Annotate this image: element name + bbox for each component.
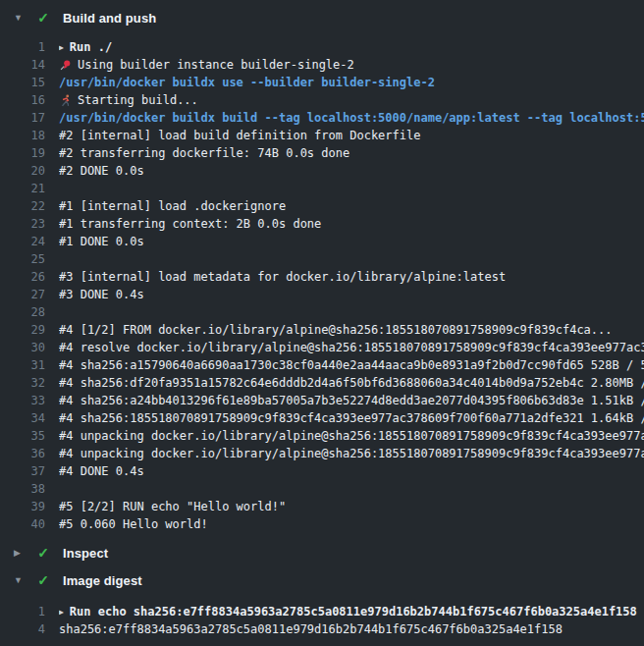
line-content: /usr/bin/docker buildx use --builder bui… [59,76,644,89]
log-line: 23#1 transferring context: 2B 0.0s done [0,215,644,233]
chevron-down-icon: ▼ [14,566,27,594]
log-text: #4 resolve docker.io/library/alpine@sha2… [59,341,644,354]
log-line: 37#4 DONE 0.4s [0,462,644,480]
log-text: /usr/bin/docker buildx build --tag local… [59,111,644,125]
line-number[interactable]: 17 [0,111,45,125]
line-content: Starting build... [59,93,644,107]
log-text: #2 [internal] load build definition from… [59,129,420,142]
log-text: #3 [internal] load metadata for docker.i… [59,270,506,284]
log-line: 30#4 resolve docker.io/library/alpine@sh… [0,339,644,356]
log-line: 22#1 [internal] load .dockerignore [0,197,644,215]
log-line: 18#2 [internal] load build definition fr… [0,127,644,144]
line-number[interactable]: 1 [0,40,45,54]
line-number[interactable]: 38 [0,482,45,496]
log-text: #4 sha256:a15790640a6690aa1730c38cf0a440… [59,358,644,372]
line-number[interactable]: 29 [0,323,45,337]
line-number[interactable]: 40 [0,517,45,531]
log-text: #4 [1/2] FROM docker.io/library/alpine@s… [59,323,613,337]
line-number[interactable]: 20 [0,164,45,178]
section-title-image-digest: Image digest [63,573,142,588]
log-line: 15/usr/bin/docker buildx use --builder b… [0,74,644,91]
log-text: #1 DONE 0.0s [59,235,144,248]
chevron-right-icon[interactable]: ▶ [59,43,64,52]
line-number[interactable]: 34 [0,411,45,425]
line-content: #4 sha256:185518070891758909c9f839cf4ca3… [59,411,644,425]
chevron-right-icon[interactable]: ▶ [59,608,64,617]
log-text: #4 sha256:185518070891758909c9f839cf4ca3… [59,411,644,425]
line-number[interactable]: 28 [0,305,45,319]
line-content: #4 unpacking docker.io/library/alpine@sh… [59,429,644,443]
log-text: #4 sha256:a24bb4013296f61e89ba57005a7b3e… [59,394,644,407]
line-content: sha256:e7ff8834a5963a2785c5a0811e979d16b… [59,622,644,636]
log-line: 19#2 transferring dockerfile: 74B 0.0s d… [0,144,644,162]
line-content: #5 0.060 Hello world! [59,517,644,531]
pushpin-icon [59,59,72,72]
line-number[interactable]: 14 [0,58,45,72]
line-content: #2 [internal] load build definition from… [59,129,644,142]
log-line: 38 [0,480,644,498]
log-line: 26#3 [internal] load metadata for docker… [0,268,644,286]
check-icon: ✓ [33,572,53,588]
line-content: #4 sha256:a15790640a6690aa1730c38cf0a440… [59,358,644,372]
log-block-build-and-push: 1▶Run ./14Using builder instance builder… [0,38,644,533]
chevron-right-icon: ▶ [14,539,27,566]
log-line: 31#4 sha256:a15790640a6690aa1730c38cf0a4… [0,356,644,374]
line-number[interactable]: 19 [0,146,45,160]
line-number[interactable]: 31 [0,358,45,372]
line-number[interactable]: 32 [0,376,45,390]
line-number[interactable]: 18 [0,129,45,142]
line-number[interactable]: 33 [0,394,45,407]
line-content: #4 resolve docker.io/library/alpine@sha2… [59,341,644,354]
log-text: #2 transferring dockerfile: 74B 0.0s don… [59,146,349,160]
log-text: #4 unpacking docker.io/library/alpine@sh… [59,429,644,443]
log-line: 35#4 unpacking docker.io/library/alpine@… [0,427,644,445]
check-icon: ✓ [33,545,53,561]
log-line: 17/usr/bin/docker buildx build --tag loc… [0,109,644,127]
line-content: #4 DONE 0.4s [59,464,644,478]
line-content: #3 DONE 0.4s [59,288,644,301]
log-text: Run ./ [70,40,112,54]
log-block-image-digest: 1▶Run echo sha256:e7ff8834a5963a2785c5a0… [0,603,644,638]
line-number[interactable]: 4 [0,622,45,636]
line-number[interactable]: 21 [0,182,45,195]
line-content: #2 DONE 0.0s [59,164,644,178]
log-text: #4 sha256:df20fa9351a15782c64e6dddb2d4a6… [59,376,644,390]
log-text: #4 unpacking docker.io/library/alpine@sh… [59,447,644,460]
log-text: #1 transferring context: 2B 0.0s done [59,217,321,231]
log-text: Using builder instance builder-single-2 [78,58,354,72]
line-number[interactable]: 23 [0,217,45,231]
line-number[interactable]: 37 [0,464,45,478]
line-number[interactable]: 39 [0,500,45,513]
log-line: 28 [0,303,644,321]
log-line: 29#4 [1/2] FROM docker.io/library/alpine… [0,321,644,339]
log-text: #3 DONE 0.4s [59,288,144,301]
line-number[interactable]: 25 [0,252,45,266]
section-header-inspect[interactable]: ▶✓Inspect [0,539,644,566]
line-content: Using builder instance builder-single-2 [59,58,644,72]
runner-icon [59,94,72,107]
log-line: 27#3 DONE 0.4s [0,286,644,303]
log-text: #2 DONE 0.0s [59,164,144,178]
line-number[interactable]: 24 [0,235,45,248]
chevron-down-icon: ▼ [14,4,27,31]
line-content: ▶Run ./ [59,40,644,54]
line-number[interactable]: 1 [0,605,45,619]
line-number[interactable]: 35 [0,429,45,443]
section-title-inspect: Inspect [63,546,108,561]
section-header-image-digest[interactable]: ▼✓Image digest [0,566,644,594]
line-number[interactable]: 15 [0,76,45,89]
log-line: 16Starting build... [0,91,644,109]
log-text: #4 DONE 0.4s [59,464,144,478]
log-line: 1▶Run ./ [0,38,644,56]
log-text: sha256:e7ff8834a5963a2785c5a0811e979d16b… [59,622,563,636]
line-number[interactable]: 30 [0,341,45,354]
line-number[interactable]: 26 [0,270,45,284]
log-text: #5 0.060 Hello world! [59,517,208,531]
line-number[interactable]: 22 [0,199,45,213]
log-line: 32#4 sha256:df20fa9351a15782c64e6dddb2d4… [0,374,644,392]
line-number[interactable]: 16 [0,93,45,107]
line-number[interactable]: 36 [0,447,45,460]
line-number[interactable]: 27 [0,288,45,301]
section-header-build-and-push[interactable]: ▼✓Build and push [0,4,644,31]
log-line: 14Using builder instance builder-single-… [0,56,644,74]
